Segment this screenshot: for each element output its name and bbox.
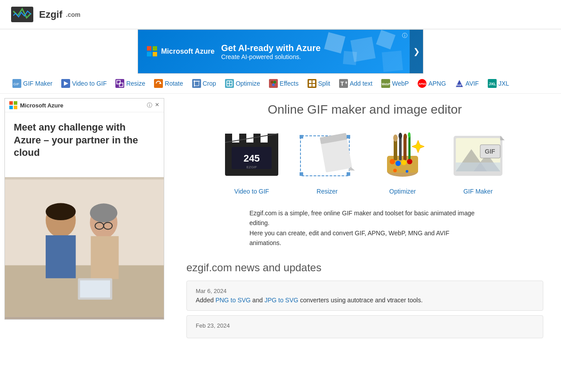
optimize-nav-icon [225,79,234,88]
sidebar-ad-info-icon[interactable]: ⓘ [147,102,152,109]
nav-effects-label: Effects [280,80,299,87]
svg-rect-83 [403,137,407,160]
sidebar-ad-headline: Meet any challenge with Azure – your par… [14,121,155,159]
nav-resize-label: Resize [126,80,145,87]
nav-video-to-gif[interactable]: Video to GIF [58,77,110,90]
svg-rect-65 [261,134,268,143]
svg-point-86 [399,133,402,139]
nav-add-text[interactable]: T Add text [336,77,376,90]
azure-squares-icon [147,46,158,57]
svg-rect-64 [253,134,261,143]
svg-rect-13 [154,79,163,88]
nav-apng[interactable]: APNG APNG [414,77,450,90]
ad-brand-name: Microsoft Azure [161,48,214,55]
logo-name: Ezgif [39,9,63,20]
ad-subtext: Create AI-powered solutions. [221,53,320,60]
resize-nav-icon [115,79,124,88]
effects-nav-icon [269,79,278,88]
ad-close-button[interactable]: ⓘ [402,32,407,40]
feature-optimizer[interactable]: Optimizer [371,130,434,195]
nav-gif-maker[interactable]: GIF GIF Maker [9,77,56,90]
svg-rect-78 [347,172,350,176]
svg-rect-75 [300,135,303,139]
add-text-nav-icon: T [339,79,348,88]
sidebar-ad-content: Meet any challenge with Azure – your par… [5,112,164,177]
svg-rect-84 [408,135,411,160]
news-text-middle-1: and [251,297,265,304]
nav-jxl[interactable]: JXL JXL [484,77,513,90]
main-content: Online GIF maker and image editor [169,94,561,352]
feature-gif-maker[interactable]: GIF GIF Maker [447,130,509,195]
rotate-nav-icon [154,79,163,88]
nav-split-label: Split [318,80,330,87]
avif-nav-icon: AVIF [455,79,464,88]
news-item-1: Mar 6, 2024 Added PNG to SVG and JPG to … [186,281,543,311]
news-item-2: Feb 23, 2024 [186,315,543,338]
svg-point-25 [273,81,276,83]
svg-text:GIF: GIF [485,148,495,155]
ad-text: Get AI-ready with Azure Create AI-powere… [221,43,320,60]
news-section-title: ezgif.com news and updates [186,261,543,274]
nav-crop[interactable]: Crop [189,77,220,90]
svg-rect-15 [192,79,201,88]
sidebar-ad-brand: Microsoft Azure [9,101,63,109]
video-to-gif-icon: 245 EZGIF [221,130,283,183]
svg-rect-1 [324,32,345,53]
nav-effects[interactable]: Effects [265,77,302,90]
svg-rect-62 [239,134,246,143]
svg-rect-30 [309,84,312,87]
feature-video-to-gif-label: Video to GIF [234,188,269,195]
nav-optimize[interactable]: Optimize [221,77,264,90]
feature-resizer[interactable]: Resizer [296,130,358,195]
webp-nav-icon: WebP [381,79,390,88]
sidebar-ad-image [5,177,164,319]
svg-rect-50 [91,236,119,279]
main-nav: GIF GIF Maker Video to GIF Resize Rotate… [0,74,561,94]
svg-rect-31 [312,84,315,87]
svg-text:245: 245 [244,153,260,164]
svg-rect-99 [456,162,500,171]
ad-azure-logo: Microsoft Azure [147,46,214,57]
svg-point-26 [272,83,275,86]
svg-marker-102 [500,136,505,140]
logo-icon [9,4,36,24]
svg-text:GIF: GIF [13,82,19,86]
nav-video-to-gif-label: Video to GIF [72,80,107,87]
sidebar-ad-header: Microsoft Azure ⓘ ✕ [5,99,164,112]
nav-avif[interactable]: AVIF AVIF [451,77,482,90]
news-text-after-1: converters using autotrace and vtracer t… [298,297,423,304]
svg-rect-28 [309,80,312,83]
nav-apng-label: APNG [428,80,446,87]
svg-rect-29 [312,80,315,83]
apng-nav-icon: APNG [418,79,427,88]
ad-next-button[interactable]: ❯ [410,30,423,73]
feature-resizer-label: Resizer [316,188,337,195]
svg-point-94 [406,170,408,173]
svg-point-24 [271,81,273,83]
svg-rect-82 [399,136,402,160]
news-link-png-to-svg[interactable]: PNG to SVG [215,297,250,304]
logo[interactable]: Ezgif.com [9,4,80,24]
news-link-jpg-to-svg[interactable]: JPG to SVG [265,297,298,304]
top-ad-banner: Microsoft Azure Get AI-ready with Azure … [138,29,423,74]
feature-gif-maker-label: GIF Maker [463,188,493,195]
page-title: Online GIF maker and image editor [186,103,543,117]
nav-rotate[interactable]: Rotate [150,77,186,90]
svg-rect-77 [300,172,303,176]
svg-text:AVIF: AVIF [457,84,462,87]
sidebar-azure-squares-icon [9,101,17,109]
feature-video-to-gif[interactable]: 245 EZGIF Video to GIF [221,130,283,195]
nav-webp[interactable]: WebP WebP [378,77,412,90]
nav-jxl-label: JXL [498,80,509,87]
nav-webp-label: WebP [392,80,409,87]
svg-point-85 [393,135,398,142]
svg-point-90 [395,161,401,166]
nav-split[interactable]: Split [304,77,334,90]
sidebar-ad-close-button[interactable]: ✕ [155,102,159,109]
nav-optimize-label: Optimize [236,80,260,87]
nav-resize[interactable]: Resize [112,77,149,90]
news-date-1: Mar 6, 2024 [196,288,534,294]
description-line2: Here you can create, edit and convert GI… [249,228,480,248]
svg-text:T: T [340,80,344,87]
gif-maker-nav-icon: GIF [12,79,21,88]
